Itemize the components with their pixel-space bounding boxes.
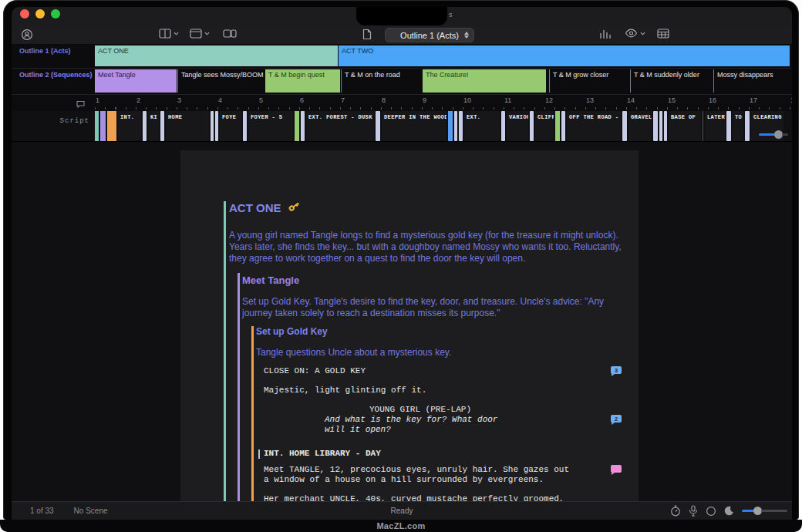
timeline-block[interactable]: T & M suddenly older <box>630 69 713 93</box>
scene-segment[interactable]: HOME <box>166 111 209 141</box>
ruler-number: 7 <box>341 96 345 104</box>
scene-segment[interactable]: EXT. <box>464 111 500 141</box>
script-line-dialogue[interactable]: And what is the key for? What door will … <box>325 415 632 435</box>
scene-divider-bar[interactable] <box>143 111 147 141</box>
script-line-action[interactable]: CLOSE ON: A GOLD KEY3 <box>264 366 632 376</box>
window-layout-icon[interactable] <box>190 29 210 39</box>
scene-divider-bar[interactable] <box>530 111 534 141</box>
scene-divider-bar[interactable] <box>211 111 214 141</box>
section-marker-bar[interactable] <box>107 111 116 141</box>
scene-segment[interactable]: TO <box>733 111 743 141</box>
scene-divider-bar[interactable] <box>561 111 565 141</box>
scene-segment[interactable]: VARIOU <box>507 111 528 141</box>
comment-marker-icon[interactable] <box>611 465 622 473</box>
close-button[interactable] <box>20 9 29 19</box>
table-icon[interactable] <box>657 29 669 39</box>
section-marker-bar[interactable] <box>448 111 453 141</box>
document-icon[interactable] <box>362 29 372 40</box>
scene-segment[interactable]: KI <box>148 111 159 141</box>
microphone-icon[interactable] <box>689 505 698 517</box>
titlebar: s <box>12 7 792 26</box>
laptop-frame: s <box>3 0 799 520</box>
script-line-character[interactable]: YOUNG GIRL (PRE-LAP) <box>369 405 632 415</box>
ruler-number: 3 <box>177 96 181 104</box>
timeline-block[interactable]: ACT ONE <box>95 45 338 66</box>
collaboration-icon[interactable] <box>21 29 33 41</box>
timeline-block[interactable]: The Creature! <box>423 69 546 93</box>
scene-divider-bar[interactable] <box>726 111 731 141</box>
scene-segment[interactable]: FOYE <box>220 111 241 141</box>
scene-segment[interactable]: GRAVEL <box>628 111 652 141</box>
scene-divider-bar[interactable] <box>454 111 457 141</box>
timeline-panel: Outline 1 (Acts) ACT ONEACT TWO Outline … <box>12 45 792 142</box>
visibility-icon[interactable] <box>625 29 645 38</box>
scene-divider-bar[interactable] <box>622 111 627 141</box>
scene-divider-bar[interactable] <box>745 111 750 141</box>
timeline-block[interactable]: T & M on the road <box>341 69 423 93</box>
timeline-zoom-slider[interactable] <box>759 130 788 139</box>
script-line-action[interactable]: Majestic, light glinting off it. <box>264 386 632 396</box>
ruler-number: 16 <box>709 96 716 104</box>
scene-divider-bar[interactable] <box>215 111 218 141</box>
scene-divider-bar[interactable] <box>501 111 505 141</box>
bar-chart-icon[interactable] <box>599 29 612 39</box>
scene-divider-bar[interactable] <box>243 111 247 141</box>
section-marker-bar[interactable] <box>295 111 299 141</box>
scene-segment[interactable]: OFF THE ROAD - <box>567 111 621 141</box>
sequence-heading[interactable]: Meet Tangle <box>242 274 639 286</box>
script-line-scene_heading[interactable]: INT. HOME LIBRARY - DAY <box>264 449 632 459</box>
script-text: YOUNG GIRL (PRE-LAP) <box>369 405 471 414</box>
screenshot-stage: s <box>0 0 802 532</box>
ruler-number: 6 <box>300 96 304 104</box>
brightness-slider[interactable] <box>742 507 787 515</box>
sequence-synopsis[interactable]: Set up Gold Key. Tangle's desire to find… <box>242 296 634 319</box>
scene-segment[interactable]: DEEPER IN THE WOODS <box>382 111 446 141</box>
document-page[interactable]: ACT ONE A young girl named Tang <box>180 150 639 501</box>
timeline-block[interactable]: T & M grow closer <box>549 69 629 93</box>
dark-mode-moon-icon[interactable] <box>724 506 734 516</box>
scene-divider-bar[interactable] <box>459 111 463 141</box>
minimize-button[interactable] <box>35 9 45 19</box>
status-bar: 1 of 33 No Scene Ready <box>12 501 792 520</box>
zoom-button[interactable] <box>51 9 60 19</box>
scene-segment[interactable]: CLIFF <box>535 111 554 141</box>
timeline-block[interactable]: ACT TWO <box>339 45 790 66</box>
scene-section-synopsis[interactable]: Tangle questions Uncle about a mysteriou… <box>256 347 639 358</box>
scene-divider-bar[interactable] <box>160 111 164 141</box>
scene-segment[interactable]: LATER <box>705 111 725 141</box>
traffic-lights <box>20 9 60 19</box>
script-line-action[interactable]: Meet TANGLE, 12, precocious eyes, unruly… <box>264 465 632 485</box>
outline-selector[interactable]: Outline 1 (Acts) <box>385 28 474 42</box>
scene-divider-bar[interactable] <box>376 111 380 141</box>
timeline-block[interactable]: Mossy disappears <box>713 69 790 93</box>
timeline-block[interactable]: Tangle sees Mossy/BOOM <box>177 69 265 93</box>
timeline-ruler: 123456789101112131415161718 <box>12 95 792 107</box>
section-marker-bar[interactable] <box>95 111 99 141</box>
act-synopsis[interactable]: A young girl named Tangle longs to find … <box>229 230 635 264</box>
split-view-icon[interactable] <box>159 29 179 39</box>
scene-divider-bar[interactable] <box>301 111 305 141</box>
scene-section-heading[interactable]: Set up Gold Key <box>256 326 639 337</box>
scene-divider-bar[interactable] <box>664 111 667 141</box>
scene-segment[interactable]: BASE OF <box>669 111 701 141</box>
section-marker-bar[interactable] <box>100 111 106 141</box>
ruler-number: 14 <box>627 96 635 104</box>
focus-circle-icon[interactable] <box>706 506 716 517</box>
outline-selector-value: Outline 1 (Acts) <box>400 31 459 40</box>
scene-segment[interactable]: FOYER - S <box>248 111 293 141</box>
section-marker-bar[interactable] <box>555 111 560 141</box>
scene-segment[interactable]: EXT. FOREST - DUSK <box>306 111 374 141</box>
scene-divider-bar[interactable] <box>653 111 658 141</box>
laptop-chin: MacZL.com <box>0 520 802 532</box>
revision-badge[interactable]: 3 <box>611 366 622 374</box>
act-heading[interactable]: ACT ONE <box>229 200 639 215</box>
ruler-number: 13 <box>586 96 594 104</box>
scene-divider-bar[interactable] <box>659 111 662 141</box>
comment-icon[interactable] <box>76 97 85 111</box>
timeline-block[interactable]: T & M begin quest <box>265 69 340 93</box>
overlap-panels-icon[interactable] <box>223 29 237 39</box>
timer-icon[interactable] <box>670 505 681 517</box>
scene-segment[interactable]: INT. <box>118 111 141 141</box>
revision-badge[interactable]: 2 <box>611 415 622 423</box>
timeline-block[interactable]: Meet Tangle <box>95 69 177 93</box>
